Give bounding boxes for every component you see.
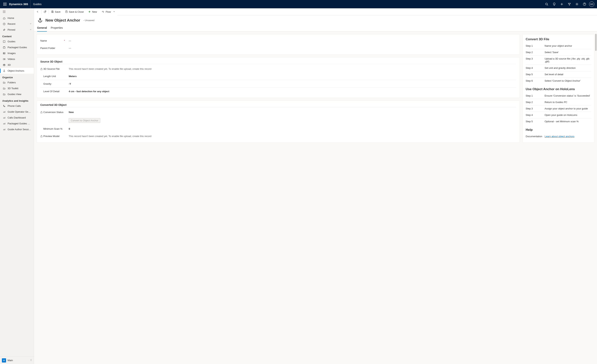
hamburger-icon	[3, 10, 6, 13]
field-value-length[interactable]: Meters	[69, 75, 516, 78]
field-value-lod[interactable]: 4 cm - fast detection for any object	[69, 90, 516, 93]
up-down-icon	[30, 359, 32, 361]
field-value-min-scan[interactable]: 0	[69, 127, 516, 130]
nav-phone-calls[interactable]: Phone Calls	[0, 103, 34, 109]
convert-button: Convert to Object Anchor	[69, 118, 100, 123]
app-launcher-button[interactable]	[1, 0, 8, 8]
tab-general[interactable]: General	[37, 25, 47, 31]
nav-author-sessions[interactable]: Guide Author Sessions	[0, 126, 34, 132]
svg-rect-23	[3, 59, 5, 60]
product-name[interactable]: Dynamics 365	[8, 0, 31, 8]
save-icon	[51, 10, 54, 13]
help-step-key: Step 5	[526, 120, 545, 123]
field-value-gravity[interactable]: -Y	[69, 82, 516, 85]
help-step-row: Step 4Open your guide on HoloLens	[526, 112, 591, 118]
svg-point-13	[577, 4, 578, 5]
lock-icon	[40, 135, 43, 137]
help-step-row: Step 2Select 'Save'	[526, 49, 591, 56]
flow-button[interactable]: Flow	[99, 8, 117, 15]
help-step-row: Step 3Upload a 3D source file (.fbx .ply…	[526, 56, 591, 65]
nav-images[interactable]: Images	[0, 50, 34, 56]
field-label-conv-status: Conversion Status	[43, 111, 63, 114]
lock-icon	[40, 68, 43, 70]
nav-pinned[interactable]: Pinned	[0, 27, 34, 33]
help-step-key: Step 3	[526, 57, 545, 63]
site-nav: Home Recent Pinned Content Guides Packag…	[0, 8, 34, 364]
help-doc-link[interactable]: Learn about object anchors	[545, 135, 574, 138]
nav-calls-dashboard[interactable]: Calls Dashboard	[0, 115, 34, 121]
chart-icon	[3, 122, 6, 125]
svg-point-9	[546, 3, 547, 5]
area-switcher[interactable]: M Main	[0, 356, 34, 364]
guides-icon	[3, 40, 6, 43]
cube-icon	[3, 64, 6, 66]
filter-button[interactable]	[566, 0, 573, 8]
field-value-name[interactable]: ---	[69, 39, 516, 42]
lightbulb-icon	[552, 2, 556, 6]
chart-icon	[3, 116, 6, 119]
field-label-preview: Preview Model	[43, 135, 59, 137]
nav-home[interactable]: Home	[0, 15, 34, 21]
help-heading-help: Help	[526, 128, 591, 132]
section-converted-3d: Converted 3D Object Conversion Status Ne…	[37, 100, 520, 143]
help-button[interactable]	[581, 0, 588, 8]
help-step-row: Step 1Name your object anchor	[526, 43, 591, 49]
nav-guides-view[interactable]: Guides View	[0, 91, 34, 97]
help-step-key: Step 5	[526, 73, 545, 76]
help-step-key: Step 2	[526, 51, 545, 54]
nav-packaged-guides-ops[interactable]: Packaged Guides Op...	[0, 121, 34, 126]
help-step-row: Step 5Optional - set Minimum scan %	[526, 118, 591, 125]
anchor-icon	[37, 17, 43, 23]
tab-properties[interactable]: Properties	[51, 25, 63, 31]
nav-collapse-button[interactable]	[0, 8, 34, 15]
video-icon	[3, 58, 6, 61]
section-title: Source 3D Object	[40, 60, 516, 63]
chevron-down-icon	[30, 23, 31, 25]
help-step-key: Step 4	[526, 67, 545, 69]
svg-point-5	[6, 4, 7, 5]
insights-button[interactable]	[550, 0, 558, 8]
nav-object-anchors[interactable]: Object Anchors	[0, 68, 34, 74]
phone-icon	[3, 105, 6, 107]
nav-folders[interactable]: Folders	[0, 80, 34, 85]
help-step-key: Step 3	[526, 107, 545, 110]
save-close-button[interactable]: Save & Close	[63, 8, 86, 15]
svg-point-0	[4, 3, 4, 3]
field-label-gravity: Gravity:	[43, 82, 52, 85]
nav-guides[interactable]: Guides	[0, 38, 34, 45]
folder-icon	[3, 87, 6, 90]
chart-icon	[3, 128, 6, 131]
user-avatar[interactable]: GD	[589, 1, 594, 7]
new-button[interactable]: New	[86, 8, 99, 15]
nav-packaged-guides[interactable]: Packaged Guides	[0, 45, 34, 50]
svg-point-1	[5, 3, 5, 3]
help-step-value: Open your guide on HoloLens	[545, 114, 591, 116]
field-value-parent[interactable]: ---	[69, 47, 516, 50]
record-title: New Object Anchor	[45, 18, 80, 23]
svg-rect-31	[41, 69, 42, 70]
app-name[interactable]: Guides	[31, 3, 44, 6]
add-button[interactable]	[558, 0, 566, 8]
field-label-lod: Level Of Detail	[43, 90, 59, 93]
help-step-value: Upload a 3D source file (.fbx .ply .obj …	[545, 57, 591, 63]
nav-videos[interactable]: Videos	[0, 56, 34, 62]
scrollbar-thumb[interactable]	[595, 34, 597, 51]
save-button[interactable]: Save	[49, 8, 63, 15]
field-label-length: Length Unit	[43, 75, 56, 78]
settings-button[interactable]	[573, 0, 581, 8]
svg-point-4	[5, 4, 5, 5]
section-header-fields: Name* --- Parent Folder ---	[37, 34, 520, 55]
back-button[interactable]	[34, 8, 41, 15]
nav-operator-sessions[interactable]: Guide Operator Sessi...	[0, 109, 34, 115]
nav-recent[interactable]: Recent	[0, 21, 34, 27]
nav-3d-toolkit[interactable]: 3D Toolkit	[0, 85, 34, 91]
search-button[interactable]	[543, 0, 550, 8]
svg-rect-32	[41, 112, 42, 113]
question-icon	[583, 2, 586, 6]
nav-3d[interactable]: 3D	[0, 62, 34, 68]
popout-icon	[44, 10, 46, 13]
svg-point-28	[40, 18, 41, 19]
open-new-window-button[interactable]	[41, 8, 49, 15]
global-header: Dynamics 365 Guides GD	[0, 0, 597, 8]
nav-group-content: Content	[0, 33, 34, 38]
